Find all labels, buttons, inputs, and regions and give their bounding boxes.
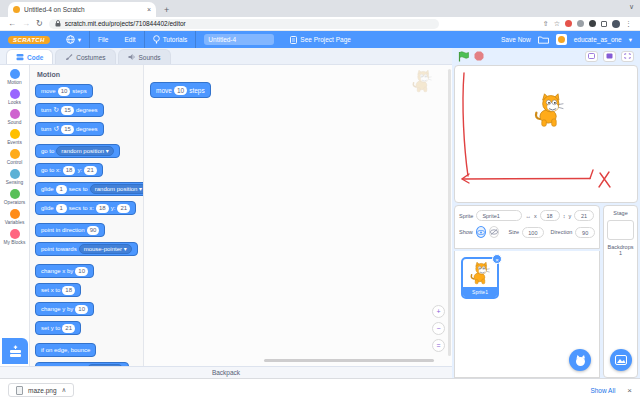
code-workspace[interactable]: move10steps + − = — [144, 65, 452, 366]
add-extension-button[interactable] — [2, 338, 28, 364]
cat-sprite[interactable] — [536, 94, 563, 126]
stage-backdrop-panel[interactable]: Stage Backdrops 1 — [603, 205, 638, 378]
block-number-input[interactable]: 10 — [58, 87, 71, 96]
scratch-block[interactable]: point in direction90 — [35, 223, 105, 237]
block-dropdown[interactable]: random position ▾ — [90, 184, 144, 194]
block-number-input[interactable]: 21 — [117, 204, 130, 213]
show-all-link[interactable]: Show All — [590, 387, 615, 394]
scratch-block[interactable]: set x to18 — [35, 283, 81, 297]
back-icon[interactable]: ← — [8, 19, 16, 28]
zoom-in-button[interactable]: + — [432, 305, 445, 318]
save-now-button[interactable]: Save Now — [501, 36, 531, 43]
show-button[interactable] — [476, 226, 486, 238]
scratch-block[interactable]: go to x:18y:21 — [35, 163, 103, 177]
zoom-reset-button[interactable]: = — [432, 339, 445, 352]
scratch-block[interactable]: change y by10 — [35, 302, 94, 316]
block-palette[interactable]: Motion move10stepsturn↻15degreesturn↺15d… — [30, 65, 144, 366]
block-number-input[interactable]: 21 — [84, 166, 97, 175]
new-tab-button[interactable]: + — [164, 5, 169, 15]
close-tab-icon[interactable]: × — [147, 6, 151, 13]
scratch-logo[interactable]: SCRATCH — [8, 36, 50, 44]
green-flag-icon[interactable] — [458, 51, 469, 62]
category-sound[interactable]: Sound — [0, 109, 29, 129]
browser-menu-icon[interactable]: ⋮ — [625, 20, 632, 27]
scratch-block[interactable]: go torandom position ▾ — [35, 144, 120, 158]
block-number-input[interactable]: 18 — [63, 166, 76, 175]
vertical-scrollbar[interactable] — [448, 69, 451, 356]
see-project-page-button[interactable]: See Project Page — [282, 31, 359, 48]
url-bar[interactable]: scratch.mit.edu/projects/710844402/edito… — [49, 19, 439, 29]
tab-code[interactable]: Code — [6, 49, 53, 64]
block-number-input[interactable]: 18 — [96, 204, 109, 213]
add-backdrop-button[interactable] — [610, 349, 632, 371]
sidebar-icon[interactable] — [601, 21, 607, 27]
category-sensing[interactable]: Sensing — [0, 169, 29, 189]
scratch-block[interactable]: change x by10 — [35, 264, 94, 278]
block-dropdown[interactable]: mouse-pointer ▾ — [79, 244, 132, 254]
tutorials-menu[interactable]: Tutorials — [145, 31, 196, 48]
backpack-bar[interactable]: Backpack — [0, 366, 452, 378]
scratch-block[interactable]: move10steps — [35, 84, 93, 98]
zoom-out-button[interactable]: − — [432, 322, 445, 335]
category-looks[interactable]: Looks — [0, 89, 29, 109]
browser-tab[interactable]: Untitled-4 on Scratch × — [8, 2, 156, 17]
y-input[interactable]: 21 — [574, 210, 594, 221]
language-selector[interactable]: ▾ — [58, 31, 89, 48]
edit-menu[interactable]: Edit — [116, 31, 143, 48]
close-download-bar-icon[interactable]: × — [627, 386, 632, 395]
scratch-block[interactable]: turn↻15degrees — [35, 103, 104, 117]
reload-icon[interactable]: ↻ — [36, 19, 43, 28]
file-menu[interactable]: File — [90, 31, 116, 48]
folder-icon[interactable] — [538, 35, 549, 44]
bookmark-star-icon[interactable]: ☆ — [554, 20, 560, 27]
extension-pin-icon[interactable] — [589, 20, 596, 27]
add-sprite-button[interactable] — [569, 349, 591, 371]
account-caret-icon[interactable]: ▾ — [629, 36, 632, 44]
scratch-block[interactable]: point towardsmouse-pointer ▾ — [35, 242, 138, 256]
stage[interactable] — [454, 65, 638, 203]
scratch-block[interactable]: if on edge, bounce — [35, 343, 96, 357]
fullscreen-button[interactable] — [621, 51, 634, 62]
download-item[interactable]: maze.png ∧ — [8, 383, 74, 397]
block-number-input[interactable]: 18 — [62, 286, 75, 295]
profile-avatar[interactable] — [612, 20, 620, 28]
category-variables[interactable]: Variables — [0, 209, 29, 229]
block-number-input[interactable]: 10 — [174, 86, 187, 95]
scratch-block[interactable]: glide1secs to x:18y:21 — [35, 201, 136, 215]
category-events[interactable]: Events — [0, 129, 29, 149]
block-number-input[interactable]: 15 — [61, 125, 74, 134]
category-control[interactable]: Control — [0, 149, 29, 169]
user-avatar[interactable] — [556, 34, 567, 45]
category-my-blocks[interactable]: My Blocks — [0, 229, 29, 249]
size-input[interactable]: 100 — [522, 227, 543, 238]
download-chevron-icon[interactable]: ∧ — [62, 386, 67, 394]
stop-icon[interactable] — [474, 51, 484, 61]
extension-icon[interactable] — [577, 20, 584, 27]
category-motion[interactable]: Motion — [0, 69, 29, 89]
small-stage-button[interactable] — [585, 51, 598, 62]
block-number-input[interactable]: 21 — [62, 324, 75, 333]
large-stage-button[interactable] — [603, 51, 616, 62]
block-number-input[interactable]: 90 — [87, 226, 100, 235]
category-operators[interactable]: Operators — [0, 189, 29, 209]
project-name-input[interactable]: Untitled-4 — [204, 34, 274, 45]
tab-sounds[interactable]: Sounds — [118, 49, 171, 64]
block-number-input[interactable]: 15 — [61, 106, 74, 115]
scratch-block[interactable]: glide1secs torandom position ▾ — [35, 182, 144, 196]
sprite-card-sprite1[interactable]: × Sprite1 — [461, 257, 499, 299]
hide-button[interactable] — [489, 226, 499, 238]
block-number-input[interactable]: 10 — [75, 305, 88, 314]
delete-sprite-icon[interactable]: × — [492, 254, 502, 264]
scratch-block[interactable]: turn↺15degrees — [35, 122, 104, 136]
scratch-block[interactable]: set y to21 — [35, 321, 81, 335]
block-number-input[interactable]: 1 — [56, 185, 67, 194]
tab-costumes[interactable]: Costumes — [55, 49, 115, 64]
x-input[interactable]: 18 — [540, 210, 560, 221]
block-number-input[interactable]: 1 — [56, 204, 67, 213]
tab-search-chevron-icon[interactable]: ∨ — [629, 3, 634, 11]
horizontal-scrollbar[interactable] — [264, 359, 434, 362]
extension-icon[interactable] — [565, 20, 572, 27]
scratch-block[interactable]: move10steps — [150, 82, 211, 98]
username[interactable]: educate_as_one — [574, 36, 622, 43]
block-number-input[interactable]: 10 — [75, 267, 88, 276]
